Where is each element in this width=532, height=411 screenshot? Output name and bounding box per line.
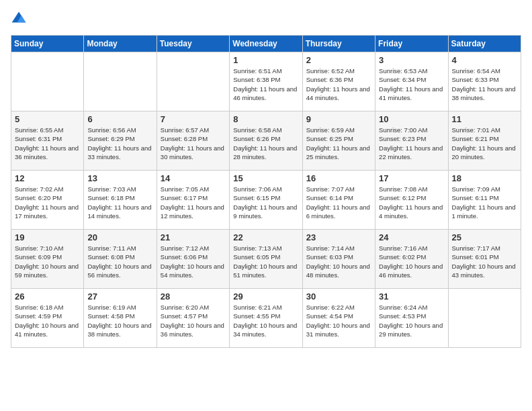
day-number: 26 (15, 291, 80, 302)
logo-icon (11, 11, 27, 27)
day-info: Sunrise: 6:20 AM Sunset: 4:57 PM Dayligh… (161, 303, 226, 338)
calendar-cell: 30Sunrise: 6:22 AM Sunset: 4:54 PM Dayli… (302, 289, 375, 348)
calendar-cell: 23Sunrise: 7:14 AM Sunset: 6:03 PM Dayli… (302, 230, 375, 289)
day-number: 30 (306, 291, 371, 302)
day-info: Sunrise: 7:12 AM Sunset: 6:06 PM Dayligh… (161, 244, 226, 279)
day-info: Sunrise: 7:06 AM Sunset: 6:15 PM Dayligh… (233, 185, 298, 220)
day-info: Sunrise: 7:07 AM Sunset: 6:14 PM Dayligh… (306, 185, 371, 220)
calendar-cell: 15Sunrise: 7:06 AM Sunset: 6:15 PM Dayli… (230, 171, 302, 230)
day-info: Sunrise: 6:53 AM Sunset: 6:34 PM Dayligh… (379, 66, 444, 102)
day-number: 2 (306, 55, 371, 65)
day-number: 11 (452, 114, 517, 124)
day-info: Sunrise: 6:19 AM Sunset: 4:58 PM Dayligh… (87, 303, 152, 338)
calendar-week-1: 5Sunrise: 6:55 AM Sunset: 6:31 PM Daylig… (11, 111, 521, 171)
day-info: Sunrise: 6:52 AM Sunset: 6:36 PM Dayligh… (306, 66, 371, 102)
day-info: Sunrise: 7:14 AM Sunset: 6:03 PM Dayligh… (306, 244, 371, 279)
calendar-cell: 16Sunrise: 7:07 AM Sunset: 6:14 PM Dayli… (302, 171, 375, 230)
calendar-cell: 18Sunrise: 7:09 AM Sunset: 6:11 PM Dayli… (448, 171, 521, 230)
calendar-cell: 21Sunrise: 7:12 AM Sunset: 6:06 PM Dayli… (157, 230, 229, 289)
day-info: Sunrise: 6:18 AM Sunset: 4:59 PM Dayligh… (15, 303, 80, 338)
calendar-cell: 14Sunrise: 7:05 AM Sunset: 6:17 PM Dayli… (157, 171, 229, 230)
day-number: 17 (379, 173, 444, 183)
day-number: 18 (452, 173, 517, 183)
calendar-cell: 28Sunrise: 6:20 AM Sunset: 4:57 PM Dayli… (157, 289, 229, 348)
calendar-cell: 17Sunrise: 7:08 AM Sunset: 6:12 PM Dayli… (375, 171, 448, 230)
day-info: Sunrise: 7:10 AM Sunset: 6:09 PM Dayligh… (15, 244, 80, 279)
day-info: Sunrise: 7:00 AM Sunset: 6:23 PM Dayligh… (379, 126, 444, 161)
weekday-header-tuesday: Tuesday (157, 36, 229, 52)
day-info: Sunrise: 7:08 AM Sunset: 6:12 PM Dayligh… (379, 185, 444, 220)
calendar-cell: 29Sunrise: 6:21 AM Sunset: 4:55 PM Dayli… (230, 289, 302, 348)
day-number: 9 (306, 114, 371, 124)
weekday-header-saturday: Saturday (448, 36, 521, 52)
calendar-cell: 2Sunrise: 6:52 AM Sunset: 6:36 PM Daylig… (302, 52, 375, 111)
calendar-cell: 20Sunrise: 7:11 AM Sunset: 6:08 PM Dayli… (84, 230, 157, 289)
day-number: 31 (379, 291, 444, 302)
calendar-cell (157, 52, 229, 111)
weekday-header-row: SundayMondayTuesdayWednesdayThursdayFrid… (11, 36, 521, 52)
day-number: 1 (233, 55, 298, 65)
day-number: 27 (87, 291, 152, 302)
day-info: Sunrise: 7:16 AM Sunset: 6:02 PM Dayligh… (379, 244, 444, 279)
day-info: Sunrise: 6:21 AM Sunset: 4:55 PM Dayligh… (233, 303, 298, 338)
day-number: 29 (233, 291, 298, 302)
calendar-cell (84, 52, 157, 111)
weekday-header-sunday: Sunday (11, 36, 84, 52)
day-info: Sunrise: 6:56 AM Sunset: 6:29 PM Dayligh… (87, 126, 152, 161)
calendar-table: SundayMondayTuesdayWednesdayThursdayFrid… (11, 35, 521, 348)
day-number: 20 (87, 232, 152, 242)
day-info: Sunrise: 7:05 AM Sunset: 6:17 PM Dayligh… (161, 185, 226, 220)
day-info: Sunrise: 7:03 AM Sunset: 6:18 PM Dayligh… (87, 185, 152, 220)
day-number: 28 (161, 291, 226, 302)
day-info: Sunrise: 6:55 AM Sunset: 6:31 PM Dayligh… (15, 126, 80, 161)
calendar-week-4: 26Sunrise: 6:18 AM Sunset: 4:59 PM Dayli… (11, 289, 521, 348)
day-number: 5 (15, 114, 80, 124)
day-number: 8 (233, 114, 298, 124)
day-info: Sunrise: 7:13 AM Sunset: 6:05 PM Dayligh… (233, 244, 298, 279)
calendar-cell (11, 52, 84, 111)
calendar-cell: 22Sunrise: 7:13 AM Sunset: 6:05 PM Dayli… (230, 230, 302, 289)
day-number: 21 (161, 232, 226, 242)
calendar-cell: 13Sunrise: 7:03 AM Sunset: 6:18 PM Dayli… (84, 171, 157, 230)
calendar-cell: 19Sunrise: 7:10 AM Sunset: 6:09 PM Dayli… (11, 230, 84, 289)
calendar-cell: 27Sunrise: 6:19 AM Sunset: 4:58 PM Dayli… (84, 289, 157, 348)
calendar-cell: 10Sunrise: 7:00 AM Sunset: 6:23 PM Dayli… (375, 111, 448, 171)
day-info: Sunrise: 6:24 AM Sunset: 4:53 PM Dayligh… (379, 303, 444, 338)
day-number: 6 (87, 114, 152, 124)
day-number: 22 (233, 232, 298, 242)
day-number: 10 (379, 114, 444, 124)
day-number: 13 (87, 173, 152, 183)
day-number: 24 (379, 232, 444, 242)
calendar-week-0: 1Sunrise: 6:51 AM Sunset: 6:38 PM Daylig… (11, 52, 521, 111)
day-info: Sunrise: 6:58 AM Sunset: 6:26 PM Dayligh… (233, 126, 298, 161)
day-number: 19 (15, 232, 80, 242)
calendar-cell: 9Sunrise: 6:59 AM Sunset: 6:25 PM Daylig… (302, 111, 375, 171)
day-info: Sunrise: 6:54 AM Sunset: 6:33 PM Dayligh… (452, 66, 517, 102)
calendar-cell: 25Sunrise: 7:17 AM Sunset: 6:01 PM Dayli… (448, 230, 521, 289)
calendar-cell: 26Sunrise: 6:18 AM Sunset: 4:59 PM Dayli… (11, 289, 84, 348)
calendar-week-3: 19Sunrise: 7:10 AM Sunset: 6:09 PM Dayli… (11, 230, 521, 289)
calendar-cell (448, 289, 521, 348)
day-info: Sunrise: 7:17 AM Sunset: 6:01 PM Dayligh… (452, 244, 517, 279)
day-info: Sunrise: 7:02 AM Sunset: 6:20 PM Dayligh… (15, 185, 80, 220)
calendar-cell: 24Sunrise: 7:16 AM Sunset: 6:02 PM Dayli… (375, 230, 448, 289)
day-number: 15 (233, 173, 298, 183)
day-number: 16 (306, 173, 371, 183)
day-info: Sunrise: 7:09 AM Sunset: 6:11 PM Dayligh… (452, 185, 517, 220)
calendar-cell: 11Sunrise: 7:01 AM Sunset: 6:21 PM Dayli… (448, 111, 521, 171)
calendar-week-2: 12Sunrise: 7:02 AM Sunset: 6:20 PM Dayli… (11, 171, 521, 230)
calendar-cell: 12Sunrise: 7:02 AM Sunset: 6:20 PM Dayli… (11, 171, 84, 230)
day-info: Sunrise: 7:01 AM Sunset: 6:21 PM Dayligh… (452, 126, 517, 161)
day-number: 4 (452, 55, 517, 65)
day-info: Sunrise: 6:59 AM Sunset: 6:25 PM Dayligh… (306, 126, 371, 161)
calendar-cell: 6Sunrise: 6:56 AM Sunset: 6:29 PM Daylig… (84, 111, 157, 171)
weekday-header-wednesday: Wednesday (230, 36, 302, 52)
page-header (11, 11, 521, 27)
calendar-cell: 3Sunrise: 6:53 AM Sunset: 6:34 PM Daylig… (375, 52, 448, 111)
calendar-cell: 4Sunrise: 6:54 AM Sunset: 6:33 PM Daylig… (448, 52, 521, 111)
day-number: 7 (161, 114, 226, 124)
day-number: 23 (306, 232, 371, 242)
day-number: 14 (161, 173, 226, 183)
day-info: Sunrise: 7:11 AM Sunset: 6:08 PM Dayligh… (87, 244, 152, 279)
calendar-cell: 7Sunrise: 6:57 AM Sunset: 6:28 PM Daylig… (157, 111, 229, 171)
